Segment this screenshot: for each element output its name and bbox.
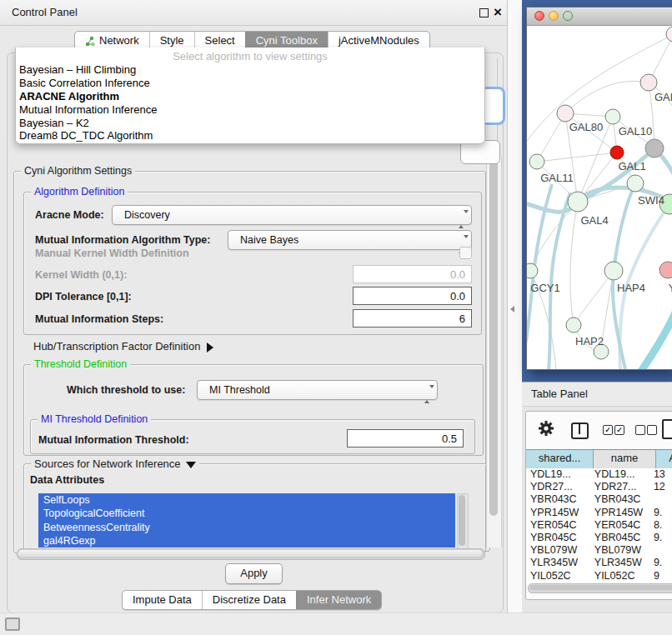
divider-collapse-arrow[interactable] <box>510 306 514 312</box>
table-row[interactable]: YBR043CYBR043C <box>526 493 672 506</box>
unchecked-box-icon[interactable] <box>647 425 657 435</box>
network-node[interactable] <box>666 27 672 42</box>
settings-vertical-scrollbar[interactable] <box>486 156 502 548</box>
tab-discretize-data[interactable]: Discretize Data <box>202 591 296 609</box>
hub-definition-toggle[interactable]: Hub/Transcription Factor Definition <box>33 340 213 352</box>
close-icon[interactable]: × <box>494 3 502 22</box>
node-label-gal4: GAL4 <box>580 214 608 227</box>
dpi-tolerance-field[interactable] <box>353 287 472 305</box>
aracne-mode-combo[interactable]: Discovery <box>112 205 472 225</box>
panel-divider[interactable] <box>507 0 523 612</box>
settings-horizontal-scrollbar[interactable] <box>17 548 485 560</box>
table-cell: YPR145W <box>590 507 649 519</box>
checked-box-icon[interactable]: ✓ <box>614 425 624 435</box>
network-node-gal1[interactable] <box>610 146 624 159</box>
table-toolbar: ✓ ✓ <box>526 412 672 448</box>
algorithm-option-aracne-algorithm[interactable]: ARACNE Algorithm <box>16 90 484 103</box>
table-row[interactable]: YDL19...YDL19...13 <box>526 468 672 481</box>
node-label-y: Y <box>669 282 672 294</box>
column-header-a[interactable]: A <box>656 450 672 468</box>
node-label-gal80: GAL80 <box>569 121 603 133</box>
mi-threshold-field[interactable] <box>347 429 464 448</box>
algorithm-option-mutual-information-inference[interactable]: Mutual Information Inference <box>16 103 484 117</box>
data-attribute-topologicalcoefficient[interactable]: TopologicalCoefficient <box>38 507 455 520</box>
threshold-definition-title: Threshold Definition <box>31 358 130 370</box>
table-row[interactable]: YBL079WYBL079W <box>526 544 672 557</box>
expanded-arrow-icon <box>186 462 196 468</box>
table-cell: YBR043C <box>590 493 649 506</box>
network-node-gal4[interactable] <box>568 192 588 212</box>
table-row[interactable]: YPR145WYPR145W9. <box>526 507 672 519</box>
unchecked-box-icon[interactable] <box>635 425 645 435</box>
network-node-hap2[interactable] <box>566 318 581 332</box>
table-row[interactable]: YER054CYER054C8. <box>526 519 672 532</box>
mi-threshold-label: Mutual Information Threshold: <box>38 434 189 446</box>
apply-button[interactable]: Apply <box>225 563 283 584</box>
tab-impute-data[interactable]: Impute Data <box>123 591 202 609</box>
data-attribute-gal4rgexp[interactable]: gal4RGexp <box>38 534 455 548</box>
table-header-row: shared...nameA <box>526 449 672 469</box>
table-row[interactable]: YIL052CYIL052C9 <box>526 570 672 582</box>
network-node-swi4[interactable] <box>627 175 644 192</box>
zoom-traffic-light[interactable] <box>563 11 573 21</box>
network-node-hap4[interactable] <box>604 262 623 280</box>
document-icon[interactable] <box>662 419 672 439</box>
node-label-gal10: GAL10 <box>619 125 652 138</box>
network-window-titlebar[interactable] <box>527 8 672 26</box>
table-cell: YDR27... <box>526 481 590 493</box>
network-node-y[interactable] <box>659 262 672 278</box>
algorithm-option-basic-correlation-inference[interactable]: Basic Correlation Inference <box>16 77 484 90</box>
minimize-traffic-light[interactable] <box>549 11 559 21</box>
table-cell: YLR345W <box>526 557 590 569</box>
table-cell: 9. <box>649 532 672 544</box>
which-threshold-combo[interactable]: MI Threshold <box>197 380 438 400</box>
data-attribute-betweennesscentrality[interactable]: BetweennessCentrality <box>38 521 455 534</box>
node-label-gal11: GAL11 <box>540 172 574 184</box>
hub-definition-label: Hub/Transcription Factor Definition <box>33 340 200 352</box>
close-traffic-light[interactable] <box>534 11 544 21</box>
which-threshold-label: Which threshold to use: <box>67 384 185 396</box>
network-node-gal[interactable] <box>640 74 657 91</box>
network-window[interactable]: GALGAL80GAL10GAL1GAL11SWI4GAL4GCY1HAP4YH… <box>526 7 672 370</box>
algorithm-option-bayesian-hill-climbing[interactable]: Bayesian – Hill Climbing <box>16 63 484 77</box>
network-node-gal11[interactable] <box>529 154 544 169</box>
mi-algorithm-type-value: Naive Bayes <box>240 234 298 246</box>
data-attributes-list[interactable]: SelfLoopsTopologicalCoefficientBetweenne… <box>38 493 455 548</box>
mi-algorithm-type-combo[interactable]: Naive Bayes <box>228 230 472 250</box>
column-header-shared[interactable]: shared... <box>526 450 594 468</box>
network-node-gcy1[interactable] <box>527 263 538 278</box>
network-node-gal80[interactable] <box>557 105 574 122</box>
minimized-panel-icon[interactable] <box>5 618 20 631</box>
algorithm-option-bayesian-k2[interactable]: Bayesian – K2 <box>16 117 484 130</box>
table-row[interactable]: YBR045CYBR045C9. <box>526 532 672 544</box>
tab-infer-network[interactable]: Infer Network <box>296 591 381 609</box>
network-icon <box>85 36 95 47</box>
mi-steps-field[interactable] <box>353 309 472 328</box>
sources-toggle[interactable]: Sources for Network Inference <box>31 458 199 470</box>
table-cell: YIL052C <box>526 570 590 582</box>
control-panel-titlebar: Control Panel × <box>0 0 507 26</box>
combo-arrows-icon <box>424 385 431 403</box>
data-attribute-selfloops[interactable]: SelfLoops <box>38 493 455 507</box>
table-cell: 13 <box>649 468 672 481</box>
algorithm-option-dream8-dc-tdc-algorithm[interactable]: Dream8 DC_TDC Algorithm <box>16 129 484 142</box>
network-canvas[interactable]: GALGAL80GAL10GAL1GAL11SWI4GAL4GCY1HAP4YH… <box>527 26 672 369</box>
kernel-width-field[interactable] <box>353 265 472 283</box>
float-window-icon[interactable] <box>479 8 489 18</box>
split-panel-icon[interactable] <box>571 422 589 439</box>
table-row[interactable]: YDR27...YDR27...12 <box>526 481 672 493</box>
gear-icon[interactable] <box>538 420 554 437</box>
node-label-hap2: HAP2 <box>575 335 604 348</box>
which-threshold-value: MI Threshold <box>209 384 270 396</box>
attribute-list-scrollbar[interactable] <box>457 493 469 549</box>
column-header-name[interactable]: name <box>594 450 656 468</box>
table-cell: 8. <box>649 519 672 532</box>
table-body: YDL19...YDL19...13YDR27...YDR27...12YBR0… <box>526 468 672 582</box>
checked-box-icon[interactable]: ✓ <box>603 425 613 435</box>
network-node[interactable] <box>645 139 664 158</box>
table-horizontal-scrollbar[interactable] <box>528 583 672 593</box>
table-cell: YDR27... <box>590 481 649 493</box>
table-row[interactable]: YLR345WYLR345W9. <box>526 557 672 569</box>
manual-kernel-width-checkbox[interactable] <box>459 247 472 259</box>
network-node-gal10[interactable] <box>605 109 620 124</box>
